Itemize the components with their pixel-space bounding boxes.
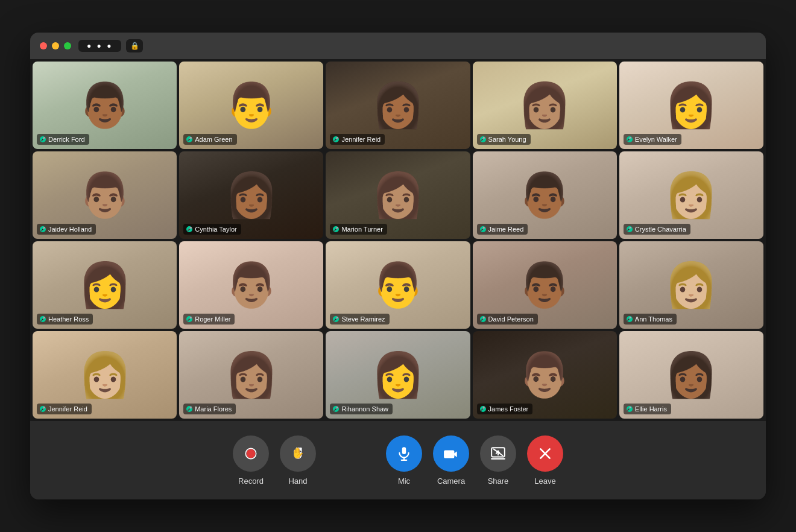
participant-tile[interactable]: 👩🏽 🎤 Marion Turner <box>326 151 470 239</box>
participant-name: Evelyn Walker <box>635 136 677 143</box>
participant-name: Cynthia Taylor <box>195 226 237 233</box>
lock-icon: 🔒 <box>126 39 143 52</box>
mic-status: 🎤 <box>627 136 633 142</box>
record-button[interactable]: Record <box>233 435 269 486</box>
participant-tile[interactable]: 👩🏾 🎤 Ellie Harris <box>619 331 763 419</box>
mic-status: 🎤 <box>186 226 192 232</box>
leave-icon <box>537 446 553 461</box>
mic-status: 🎤 <box>40 226 46 232</box>
leave-icon-bg <box>527 435 563 472</box>
close-dot[interactable] <box>40 42 47 49</box>
participant-tile[interactable]: 👩 🎤 Rihannon Shaw <box>326 331 470 419</box>
camera-button[interactable]: Camera <box>433 435 469 486</box>
mic-status: 🎤 <box>40 316 46 322</box>
participant-tile[interactable]: 👨🏾 🎤 Derrick Ford <box>33 62 177 149</box>
mic-status: 🎤 <box>333 136 339 142</box>
participant-tile[interactable]: 👩🏼 🎤 Ann Thomas <box>619 241 763 329</box>
name-badge: 🎤 Ann Thomas <box>624 314 677 325</box>
participant-name: Maria Flores <box>195 405 232 413</box>
mic-status: 🎤 <box>627 226 633 232</box>
name-badge: 🎤 Jennifer Reid <box>330 134 385 145</box>
participant-tile[interactable]: 👩🏾 🎤 Jennifer Reid <box>326 62 470 149</box>
participant-tile[interactable]: 👩🏽 🎤 Maria Flores <box>179 331 323 419</box>
participant-tile[interactable]: 👩🏼 🎤 Jennifer Reid <box>33 331 177 419</box>
participant-tile[interactable]: 👨🏽 🎤 Roger Miller <box>179 241 323 329</box>
video-grid: 👨🏾 🎤 Derrick Ford 👨 🎤 Adam Green 👩🏾 🎤 Je… <box>30 59 766 421</box>
name-badge: 🎤 Sarah Young <box>477 134 531 145</box>
mic-status: 🎤 <box>333 406 339 412</box>
participant-name: James Foster <box>488 405 529 413</box>
mic-label: Mic <box>398 477 410 486</box>
mic-status: 🎤 <box>333 316 339 322</box>
participant-tile[interactable]: 👨 🎤 Adam Green <box>179 62 323 149</box>
maximize-dot[interactable] <box>64 42 71 49</box>
toolbar: Record ✋ Hand <box>30 421 766 499</box>
participant-name: Derrick Ford <box>48 136 85 143</box>
title-pill: ● ● ● <box>78 40 121 52</box>
leave-label: Leave <box>534 477 555 486</box>
participant-name: Jaime Reed <box>488 226 524 233</box>
mic-status: 🎤 <box>40 406 46 412</box>
hand-icon-bg: ✋ <box>280 435 316 472</box>
mic-status: 🎤 <box>480 406 486 412</box>
meeting-window: ● ● ● 🔒 👨🏾 🎤 Derrick Ford 👨 🎤 Adam Green… <box>30 33 766 499</box>
mic-icon-bg <box>386 435 422 472</box>
name-badge: 🎤 Ellie Harris <box>624 404 671 414</box>
name-badge: 🎤 Rihannon Shaw <box>330 404 393 414</box>
participant-name: Ellie Harris <box>635 405 667 413</box>
mic-status: 🎤 <box>40 136 46 142</box>
participant-tile[interactable]: 👨🏽 🎤 Jaidev Holland <box>33 151 177 239</box>
title-bar: ● ● ● 🔒 <box>30 33 766 59</box>
mic-icon <box>396 446 412 461</box>
name-badge: 🎤 Marion Turner <box>330 224 387 235</box>
mic-status: 🎤 <box>627 406 633 412</box>
participant-tile[interactable]: 👨🏽 🎤 James Foster <box>473 331 617 419</box>
camera-label: Camera <box>437 477 465 486</box>
hand-icon: ✋ <box>290 446 306 461</box>
participant-tile[interactable]: 👨🏾 🎤 David Peterson <box>473 241 617 329</box>
participant-name: Marion Turner <box>341 226 382 233</box>
name-badge: 🎤 Adam Green <box>183 134 236 145</box>
svg-rect-4 <box>402 447 406 454</box>
participant-name: Jaidev Holland <box>48 226 92 233</box>
share-label: Share <box>488 477 509 486</box>
participant-tile[interactable]: 👩🏾 🎤 Cynthia Taylor <box>179 151 323 239</box>
mic-status: 🎤 <box>627 316 633 322</box>
participant-tile[interactable]: 👨 🎤 Steve Ramirez <box>326 241 470 329</box>
name-badge: 🎤 Cynthia Taylor <box>183 224 241 235</box>
participant-name: David Peterson <box>488 315 534 323</box>
name-badge: 🎤 Heather Ross <box>37 314 93 325</box>
participant-tile[interactable]: 👩🏽 🎤 Sarah Young <box>473 62 617 149</box>
leave-button[interactable]: Leave <box>527 435 563 486</box>
participant-name: Jennifer Reid <box>48 405 87 413</box>
share-icon <box>490 446 506 461</box>
participant-name: Heather Ross <box>48 315 89 323</box>
name-badge: 🎤 Maria Flores <box>183 404 236 414</box>
mic-status: 🎤 <box>186 136 192 142</box>
hand-label: Hand <box>288 477 307 486</box>
hand-button[interactable]: ✋ Hand <box>280 435 316 486</box>
participant-name: Rihannon Shaw <box>341 405 388 413</box>
name-badge: 🎤 David Peterson <box>477 314 538 325</box>
mic-status: 🎤 <box>480 226 486 232</box>
mic-status: 🎤 <box>333 226 339 232</box>
participant-name: Crystle Chavarria <box>635 226 686 233</box>
svg-text:✋: ✋ <box>291 446 305 460</box>
participant-tile[interactable]: 👨🏾 🎤 Jaime Reed <box>473 151 617 239</box>
share-button[interactable]: Share <box>480 435 516 486</box>
participant-tile[interactable]: 👩 🎤 Evelyn Walker <box>619 62 763 149</box>
participant-name: Jennifer Reid <box>341 136 381 143</box>
participant-tile[interactable]: 👩 🎤 Heather Ross <box>33 241 177 329</box>
participant-tile[interactable]: 👩🏼 🎤 Crystle Chavarria <box>619 151 763 239</box>
participant-name: Steve Ramirez <box>341 315 385 323</box>
mic-button[interactable]: Mic <box>386 435 422 486</box>
mic-status: 🎤 <box>186 316 192 322</box>
participant-name: Sarah Young <box>488 136 526 143</box>
name-badge: 🎤 Jaidev Holland <box>37 224 96 235</box>
participant-name: Adam Green <box>195 136 232 143</box>
name-badge: 🎤 Jennifer Reid <box>37 404 92 414</box>
svg-point-1 <box>248 451 254 456</box>
share-icon-bg <box>480 435 516 472</box>
name-badge: 🎤 Jaime Reed <box>477 224 528 235</box>
minimize-dot[interactable] <box>52 42 59 49</box>
